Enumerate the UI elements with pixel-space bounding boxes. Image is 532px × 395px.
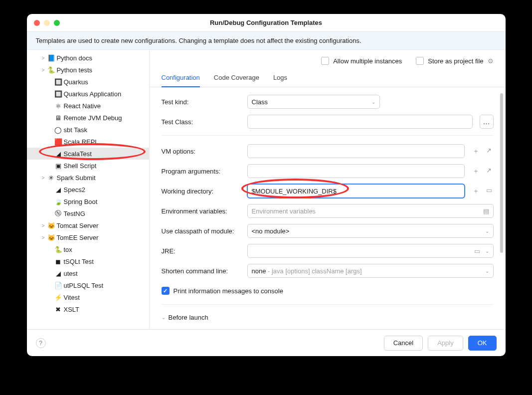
python-icon: 🐍 — [54, 245, 63, 254]
scala-icon: 🟥 — [54, 137, 63, 146]
expand-icon[interactable]: ↗ — [485, 147, 494, 156]
jre-select[interactable]: ▭ ⌄ — [247, 244, 494, 258]
sidebar-item-vitest[interactable]: ⚡Vitest — [27, 291, 149, 303]
sidebar-item-quarkus-application[interactable]: 🔲Quarkus Application — [27, 88, 149, 100]
info-banner: Templates are used to create new configu… — [27, 32, 506, 50]
sidebar-item-xslt[interactable]: ✖XSLT — [27, 303, 149, 315]
apply-button[interactable]: Apply — [428, 336, 463, 351]
chevron-down-icon: ⌄ — [371, 99, 375, 105]
sidebar-item-label: utest — [64, 270, 78, 277]
doc-python-icon: 📘 — [47, 53, 56, 62]
plus-icon[interactable]: ＋ — [472, 187, 481, 196]
sidebar-item-label: Tomcat Server — [57, 222, 99, 229]
scalatest-icon: ◢ — [54, 149, 63, 158]
python-flask-icon: 🐍 — [47, 65, 56, 74]
quarkus-icon: 🔲 — [54, 89, 63, 98]
ok-button[interactable]: OK — [468, 336, 497, 351]
chevron-right-icon: > — [40, 235, 47, 240]
print-info-label: Print information messages to console — [174, 287, 283, 295]
chevron-down-icon: ⌄ — [162, 315, 166, 320]
sidebar-item-scala-repl[interactable]: 🟥Scala REPL — [27, 136, 149, 148]
sidebar-item-spark-submit[interactable]: >✳Spark Submit — [27, 172, 149, 184]
react-icon: ⚛ — [54, 101, 63, 110]
gear-icon[interactable]: ⚙ — [488, 57, 494, 65]
sidebar-item-tsqlt-test[interactable]: ◼tSQLt Test — [27, 255, 149, 267]
shell-icon: ▣ — [54, 161, 63, 170]
sidebar-item-label: Scala REPL — [64, 138, 99, 146]
before-launch-label: Before launch — [169, 314, 208, 321]
folder-icon[interactable]: ▭ — [485, 187, 494, 196]
sidebar-item-utplsql-test[interactable]: 📄utPLSQL Test — [27, 279, 149, 291]
test-kind-label: Test kind: — [162, 98, 240, 106]
separator — [162, 135, 494, 136]
sidebar-item-testng[interactable]: ⓃTestNG — [27, 207, 149, 219]
config-tabs: Configuration Code Coverage Logs — [150, 68, 506, 87]
classpath-value: <no module> — [252, 227, 290, 235]
spark-icon: ✳ — [47, 173, 56, 182]
sidebar-item-label: tox — [64, 246, 72, 253]
store-as-project-file-checkbox[interactable]: Store as project file ⚙ — [416, 57, 493, 65]
sidebar-item-label: Quarkus Application — [64, 90, 122, 98]
sidebar-item-spring-boot[interactable]: 🍃Spring Boot — [27, 196, 149, 207]
sidebar-item-react-native[interactable]: ⚛React Native — [27, 100, 149, 112]
help-button[interactable]: ? — [36, 338, 46, 348]
classpath-select[interactable]: <no module> ⌄ — [247, 224, 494, 238]
env-vars-input[interactable]: Environment variables ▤ — [247, 204, 494, 218]
sidebar-item-label: tSQLt Test — [64, 258, 94, 265]
scrollbar[interactable] — [500, 93, 503, 253]
sidebar-item-sbt-task[interactable]: ◯sbt Task — [27, 124, 149, 136]
chevron-down-icon: ⌄ — [485, 228, 489, 234]
vm-options-input[interactable] — [247, 144, 465, 158]
sidebar-item-tomee-server[interactable]: >🐱TomEE Server — [27, 231, 149, 243]
sidebar-item-label: utPLSQL Test — [64, 282, 104, 289]
program-args-input[interactable] — [247, 164, 465, 178]
sidebar-item-remote-jvm-debug[interactable]: 🖥Remote JVM Debug — [27, 112, 149, 124]
tab-configuration[interactable]: Configuration — [162, 71, 200, 87]
folder-icon[interactable]: ▭ — [474, 247, 480, 255]
configuration-panel: Allow multiple instances Store as projec… — [150, 50, 506, 329]
chevron-down-icon: ⌄ — [485, 248, 489, 254]
sidebar-item-shell-script[interactable]: ▣Shell Script — [27, 160, 149, 172]
allow-multiple-instances-checkbox[interactable]: Allow multiple instances — [321, 57, 402, 65]
working-dir-label: Working directory: — [162, 188, 240, 195]
vm-options-label: VM options: — [162, 148, 240, 155]
test-class-input[interactable] — [247, 115, 473, 129]
cancel-button[interactable]: Cancel — [384, 336, 423, 351]
sidebar-item-utest[interactable]: ◢utest — [27, 267, 149, 279]
list-icon[interactable]: ▤ — [483, 207, 489, 215]
before-launch-section[interactable]: ⌄ Before launch — [162, 312, 494, 321]
plus-icon[interactable]: ＋ — [472, 147, 481, 156]
sidebar-item-specs2[interactable]: ◢Specs2 — [27, 184, 149, 196]
sidebar-item-label: Python docs — [57, 54, 93, 62]
chevron-down-icon: ⌄ — [485, 268, 489, 274]
print-info-checkbox[interactable]: Print information messages to console — [162, 287, 283, 295]
tab-logs[interactable]: Logs — [273, 71, 287, 87]
sidebar-item-label: Vitest — [64, 294, 80, 301]
sidebar-item-tomcat-server[interactable]: >🐱Tomcat Server — [27, 219, 149, 231]
utplsql-icon: 📄 — [54, 281, 63, 290]
shorten-suffix: - java [options] className [args] — [266, 267, 361, 275]
test-kind-select[interactable]: Class ⌄ — [247, 95, 380, 109]
sidebar-item-label: React Native — [64, 102, 101, 110]
sidebar-item-scalatest[interactable]: ◢ScalaTest — [27, 148, 149, 160]
test-class-browse-button[interactable]: … — [480, 115, 494, 129]
template-list-sidebar[interactable]: >📘Python docs>🐍Python tests🔲Quarkus🔲Quar… — [27, 50, 150, 329]
store-as-project-label: Store as project file — [428, 57, 483, 65]
sidebar-item-python-docs[interactable]: >📘Python docs — [27, 52, 149, 64]
top-options-row: Allow multiple instances Store as projec… — [150, 50, 506, 68]
sidebar-item-quarkus[interactable]: 🔲Quarkus — [27, 76, 149, 88]
remote-icon: 🖥 — [54, 113, 63, 122]
chevron-right-icon: > — [40, 55, 47, 61]
sidebar-item-tox[interactable]: 🐍tox — [27, 243, 149, 255]
working-dir-input[interactable]: $MODULE_WORKING_DIR$ — [247, 184, 465, 198]
tab-code-coverage[interactable]: Code Coverage — [214, 71, 259, 87]
spring-icon: 🍃 — [54, 197, 63, 206]
allow-multiple-label: Allow multiple instances — [333, 57, 402, 65]
env-vars-placeholder: Environment variables — [252, 207, 316, 215]
window-title: Run/Debug Configuration Templates — [27, 19, 506, 26]
shorten-select[interactable]: none - java [options] className [args] ⌄ — [247, 264, 494, 278]
sidebar-item-python-tests[interactable]: >🐍Python tests — [27, 64, 149, 76]
plus-icon[interactable]: ＋ — [472, 167, 481, 176]
expand-icon[interactable]: ↗ — [485, 167, 494, 176]
dialog-window: Run/Debug Configuration Templates Templa… — [27, 14, 506, 356]
